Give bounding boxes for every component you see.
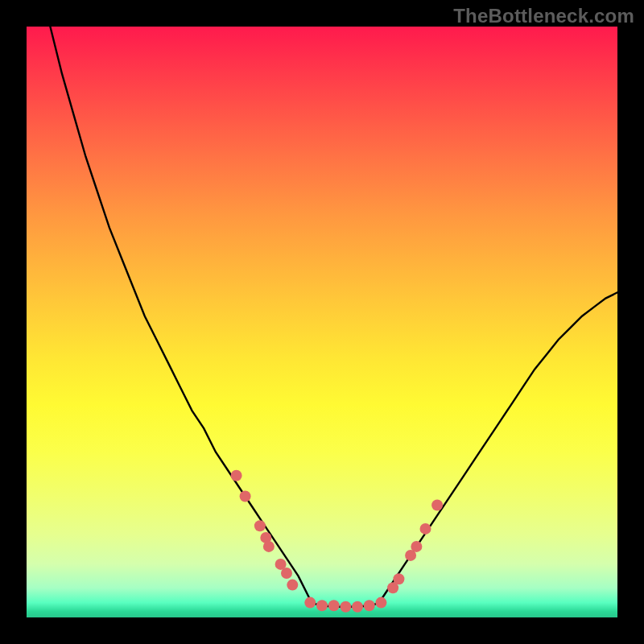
- series-left-curve: [50, 27, 310, 600]
- marker-point: [281, 568, 292, 579]
- marker-point: [340, 601, 351, 613]
- marker-point: [393, 573, 404, 584]
- watermark-text: TheBottleneck.com: [453, 5, 634, 27]
- series-right-curve: [381, 292, 617, 600]
- marker-point: [411, 541, 422, 552]
- chart-svg: [27, 27, 617, 617]
- marker-point: [254, 520, 266, 531]
- marker-point: [304, 597, 316, 609]
- chart-frame: TheBottleneck.com: [0, 0, 644, 644]
- marker-point: [263, 541, 275, 552]
- marker-points: [231, 470, 443, 613]
- marker-point: [352, 601, 363, 613]
- plot-area: [27, 27, 617, 617]
- marker-point: [431, 500, 443, 511]
- marker-point: [364, 600, 375, 611]
- marker-point: [287, 580, 298, 591]
- marker-point: [240, 491, 251, 502]
- marker-point: [420, 523, 431, 535]
- marker-point: [316, 600, 328, 611]
- marker-point: [231, 470, 242, 481]
- marker-point: [375, 597, 386, 609]
- marker-point: [328, 600, 340, 611]
- curve-lines: [50, 27, 617, 607]
